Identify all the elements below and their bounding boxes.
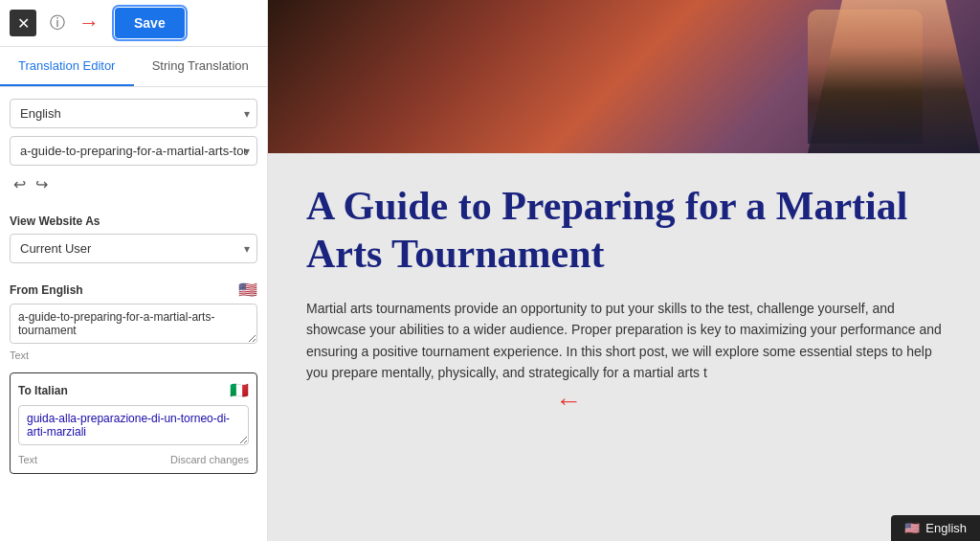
article-body: Martial arts tournaments provide an oppo… [306, 298, 942, 384]
panel-content: English Italian French Spanish a-guide-t… [0, 87, 267, 485]
info-button[interactable]: ⓘ [44, 10, 71, 36]
to-section-header: To Italian 🇮🇹 [18, 381, 249, 399]
article-content: A Guide to Preparing for a Martial Arts … [268, 153, 980, 541]
close-button[interactable]: ✕ [10, 10, 36, 36]
to-label: To Italian [18, 384, 68, 397]
language-select[interactable]: English Italian French Spanish [10, 99, 257, 128]
to-text-input[interactable] [18, 405, 249, 445]
arrow-indicator: → [78, 11, 100, 35]
view-website-section: View Website As Current User Guest [10, 211, 257, 263]
top-bar: ✕ ⓘ → Save [0, 0, 267, 47]
from-label: From English [10, 283, 83, 297]
to-flag: 🇮🇹 [230, 381, 249, 399]
article-title: A Guide to Preparing for a Martial Arts … [306, 182, 942, 279]
view-website-select[interactable]: Current User Guest [10, 234, 257, 263]
from-text-input[interactable] [10, 304, 257, 344]
to-section: To Italian 🇮🇹 Text Discard changes [10, 372, 257, 474]
slug-select[interactable]: a-guide-to-preparing-for-a-martial-arts-… [10, 136, 257, 166]
from-flag: 🇺🇸 [238, 281, 257, 299]
view-website-select-wrapper[interactable]: Current User Guest [10, 234, 257, 263]
tab-string-translation[interactable]: String Translation [134, 47, 268, 86]
redo-button[interactable]: ↪ [35, 175, 48, 193]
left-panel: ✕ ⓘ → Save Translation Editor String Tra… [0, 0, 268, 541]
to-field-type: Text [18, 454, 37, 465]
website-preview: A Guide to Preparing for a Martial Arts … [268, 0, 980, 541]
undo-button[interactable]: ↩ [13, 175, 26, 193]
right-panel: A Guide to Preparing for a Martial Arts … [268, 0, 980, 541]
from-field-type: Text [10, 349, 257, 361]
discard-changes-link[interactable]: Discard changes [170, 454, 249, 465]
from-section: From English 🇺🇸 Text [10, 277, 257, 361]
save-button[interactable]: Save [115, 8, 185, 38]
tabs-bar: Translation Editor String Translation [0, 47, 267, 87]
hero-image [268, 0, 980, 153]
from-section-header: From English 🇺🇸 [10, 281, 257, 299]
undo-redo-bar: ↩ ↪ [10, 173, 257, 197]
view-website-label: View Website As [10, 214, 257, 228]
slug-select-wrapper[interactable]: a-guide-to-preparing-for-a-martial-arts-… [10, 136, 257, 166]
english-badge-flag: 🇺🇸 [904, 521, 920, 535]
language-select-wrapper[interactable]: English Italian French Spanish [10, 99, 257, 128]
english-badge: 🇺🇸 English [891, 515, 980, 541]
english-badge-label: English [925, 521, 967, 535]
tab-translation-editor[interactable]: Translation Editor [0, 47, 134, 86]
